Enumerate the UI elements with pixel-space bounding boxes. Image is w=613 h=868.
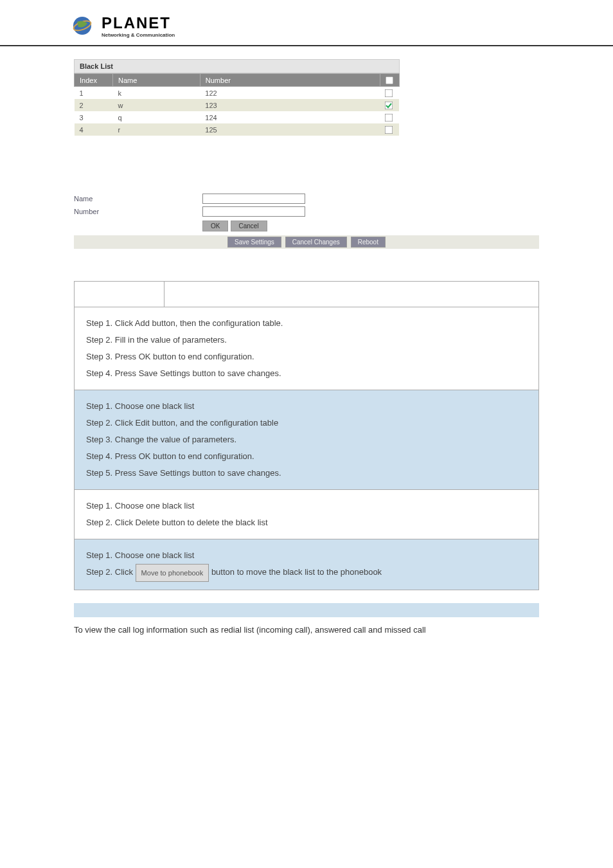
move-step1: Step 1. Choose one black list [86,550,194,560]
add-instructions: Step 1. Click Add button, then the confi… [75,307,539,390]
number-label: Number [74,208,202,215]
logo-subtitle: Networking & Communication [102,32,175,38]
svg-rect-6 [385,126,393,134]
call-log-description: To view the call log information such as… [74,617,539,647]
svg-rect-2 [386,77,393,84]
delete-instructions: Step 1. Choose one black listStep 2. Cli… [75,490,539,539]
col-number: Number [200,74,380,87]
checkbox-icon[interactable] [385,102,393,109]
cancel-changes-button[interactable]: Cancel Changes [285,237,347,248]
move-to-phonebook-button[interactable]: Move to phonebook [136,564,209,582]
col-index: Index [75,74,113,87]
blacklist-table: Index Name Number 1k1222w1233q1244r125 [74,73,400,136]
section-divider [74,603,539,617]
reboot-button[interactable]: Reboot [351,237,386,248]
checkbox-icon[interactable] [385,114,393,122]
entry-form: Name Number OK Cancel Save Settings Canc… [74,194,539,249]
move-step2-post: button to move the black list to the pho… [211,568,382,577]
checkbox-icon[interactable] [385,89,393,97]
logo-title: PLANET [102,14,175,32]
planet-globe-icon [71,13,96,39]
checkbox-icon[interactable] [385,126,393,134]
blacklist-section-title: Black List [74,59,400,73]
svg-rect-3 [385,89,393,97]
col-select-all[interactable] [380,74,399,87]
cancel-button[interactable]: Cancel [231,221,267,231]
page-header: PLANET Networking & Communication [0,0,613,46]
name-input[interactable] [202,194,305,204]
svg-rect-5 [385,114,393,122]
table-row[interactable]: 3q124 [75,111,400,123]
edit-instructions: Step 1. Choose one black listStep 2. Cli… [75,390,539,490]
table-row[interactable]: 4r125 [75,123,400,136]
instructions-table: Step 1. Click Add button, then the confi… [74,281,539,590]
svg-rect-4 [385,102,393,109]
logo: PLANET Networking & Communication [71,13,613,39]
move-instructions: Step 1. Choose one black list Step 2. Cl… [75,539,539,590]
move-step2-pre: Step 2. Click [86,568,133,577]
number-input[interactable] [202,206,305,217]
name-label: Name [74,195,202,203]
ok-button[interactable]: OK [202,221,228,231]
col-name: Name [113,74,200,87]
table-row[interactable]: 1k122 [75,87,400,100]
table-row[interactable]: 2w123 [75,99,400,111]
save-settings-button[interactable]: Save Settings [227,237,281,248]
